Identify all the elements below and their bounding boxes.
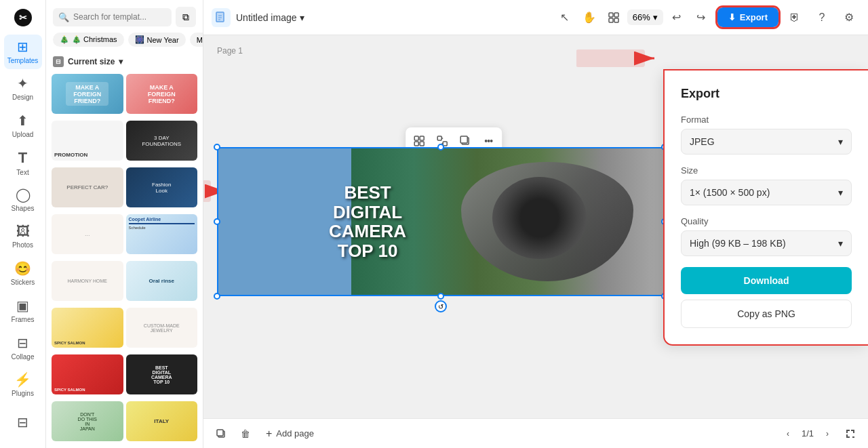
sidebar-item-shapes[interactable]: ◯ Shapes xyxy=(4,182,42,217)
handle-bottom-left[interactable] xyxy=(214,293,220,300)
sidebar-item-plugins[interactable]: ⚡ Plugins xyxy=(4,367,42,402)
svg-rect-9 xyxy=(609,18,613,22)
photos-icon: 🖼 xyxy=(16,224,30,239)
handle-top-center[interactable] xyxy=(437,144,444,150)
svg-rect-18 xyxy=(437,136,441,140)
help-button[interactable]: ? xyxy=(811,7,833,28)
svg-rect-2 xyxy=(216,12,224,22)
filter-button[interactable]: ⧉ xyxy=(176,7,196,27)
size-select[interactable]: 1× (1500 × 500 px) ▾ xyxy=(681,180,852,205)
template-item[interactable]: PERFECT CAR? xyxy=(52,167,123,207)
template-item[interactable]: SPICY SALMON xyxy=(52,308,123,348)
app-logo[interactable]: ✂ xyxy=(11,5,35,29)
document-icon xyxy=(212,8,231,27)
tag-list: 🎄 🎄 Christmas 🎆 New Year Mo... xyxy=(46,33,203,52)
handle-middle-left[interactable] xyxy=(214,218,220,225)
sidebar-item-label-upload: Upload xyxy=(12,131,34,139)
search-input[interactable] xyxy=(73,12,166,22)
shield-button[interactable]: ⛨ xyxy=(784,7,806,28)
size-field: Size 1× (1500 × 500 px) ▾ xyxy=(681,165,852,205)
sidebar-item-label-photos: Photos xyxy=(12,241,33,249)
page-label: Page 1 xyxy=(217,46,243,56)
svg-rect-28 xyxy=(217,430,223,436)
hand-tool-button[interactable]: ✋ xyxy=(578,7,600,28)
quality-field: Quality High (99 KB – 198 KB) ▾ xyxy=(681,216,852,256)
topbar-left: Untitled image ▾ xyxy=(212,8,304,27)
add-page-button[interactable]: + Add page xyxy=(260,425,319,443)
expand-button[interactable] xyxy=(841,424,860,443)
page-navigation: ‹ 1/1 › xyxy=(780,426,835,442)
sidebar-item-label-text: Text xyxy=(16,169,28,177)
undo-button[interactable]: ↩ xyxy=(666,7,688,28)
handle-top-left[interactable] xyxy=(214,144,220,150)
rotate-handle[interactable]: ↺ xyxy=(435,300,447,312)
sidebar-item-text[interactable]: T Text xyxy=(4,146,42,180)
template-item[interactable]: 3 DAYFOUNDATIONS xyxy=(126,121,198,161)
tag-newyear[interactable]: 🎆 New Year xyxy=(128,33,186,47)
template-item[interactable]: CUSTOM-MADEJEWELRY xyxy=(126,308,198,348)
layout-button[interactable] xyxy=(603,7,625,28)
zoom-control[interactable]: 66% ▾ xyxy=(627,9,663,25)
template-item[interactable]: … xyxy=(52,214,123,254)
canvas-text: BEST DIGITAL CAMERA TOP 10 xyxy=(329,183,406,260)
settings-button[interactable]: ⚙ xyxy=(838,7,860,28)
tag-more[interactable]: Mo... xyxy=(190,33,203,47)
template-item[interactable]: SPICY SALMON xyxy=(52,354,123,394)
zoom-chevron-icon: ▾ xyxy=(653,12,658,22)
template-item[interactable]: ITALY xyxy=(126,401,198,441)
document-title[interactable]: Untitled image ▾ xyxy=(236,12,304,23)
title-chevron-icon: ▾ xyxy=(300,12,304,23)
template-item[interactable]: HARMONY HOME xyxy=(52,261,123,301)
handle-bottom-center[interactable] xyxy=(437,293,444,300)
design-icon: ✦ xyxy=(17,75,28,91)
download-button[interactable]: Download xyxy=(681,267,852,294)
sidebar-item-collage[interactable]: ⊟ Collage xyxy=(4,331,42,365)
sidebar-item-more[interactable]: ⊟ xyxy=(4,405,42,440)
next-page-button[interactable]: › xyxy=(819,426,835,442)
main-area: Untitled image ▾ ↖ ✋ 66% ▾ ↩ ↪ xyxy=(203,0,868,448)
template-item[interactable]: FashionLook xyxy=(126,167,198,207)
templates-icon: ⊞ xyxy=(17,39,28,55)
template-item[interactable]: MAKE AFOREIGNFRIEND? xyxy=(52,74,123,114)
delete-page-button[interactable]: 🗑 xyxy=(236,424,255,443)
canvas-frame[interactable]: BEST DIGITAL CAMERA TOP 10 ↺ xyxy=(217,147,665,296)
template-item[interactable]: MAKE AFOREIGNFRIEND? xyxy=(126,74,198,114)
plugins-icon: ⚡ xyxy=(14,371,31,388)
tag-christmas[interactable]: 🎄 🎄 Christmas xyxy=(53,33,124,47)
sidebar-item-label-design: Design xyxy=(12,94,33,102)
export-arrow-annotation xyxy=(576,45,658,72)
template-item[interactable]: Oral rinse xyxy=(126,261,198,301)
shapes-icon: ◯ xyxy=(16,186,31,203)
svg-rect-8 xyxy=(614,13,618,17)
select-tool-button[interactable]: ↖ xyxy=(554,7,576,28)
template-grid: MAKE AFOREIGNFRIEND? MAKE AFOREIGNFRIEND… xyxy=(46,71,203,448)
search-box[interactable]: 🔍 xyxy=(53,8,172,26)
sidebar-item-templates[interactable]: ⊞ Templates xyxy=(4,35,42,69)
template-item[interactable]: BESTDIGITALCAMERATOP 10 xyxy=(126,354,198,394)
redo-button[interactable]: ↪ xyxy=(690,7,712,28)
template-item[interactable]: DON'TDO THISINJAPAN xyxy=(52,401,123,441)
format-label: Format xyxy=(681,115,852,125)
size-icon: ⊟ xyxy=(53,56,64,67)
prev-page-button[interactable]: ‹ xyxy=(780,426,796,442)
quality-select[interactable]: High (99 KB – 198 KB) ▾ xyxy=(681,230,852,256)
export-button[interactable]: ⬇ Export xyxy=(717,7,778,27)
copy-png-button[interactable]: Copy as PNG xyxy=(681,300,852,328)
more-icon: ⊟ xyxy=(17,414,28,430)
template-item[interactable]: Coopet Airline Schedule xyxy=(126,214,198,254)
sidebar-item-label-frames: Frames xyxy=(12,316,35,324)
sidebar-item-stickers[interactable]: 😊 Stickers xyxy=(4,257,42,291)
sidebar-item-upload[interactable]: ⬆ Upload xyxy=(4,108,42,143)
search-area: 🔍 ⧉ xyxy=(46,0,203,33)
quality-chevron-icon: ▾ xyxy=(838,238,843,249)
sidebar-item-design[interactable]: ✦ Design xyxy=(4,72,42,106)
copy-page-button[interactable] xyxy=(212,424,231,443)
current-size-label: Current size xyxy=(68,57,115,66)
template-item[interactable]: PROMOTION xyxy=(52,121,123,161)
canvas-area[interactable]: Page 1 xyxy=(203,35,868,418)
format-select[interactable]: JPEG ▾ xyxy=(681,129,852,155)
sidebar-item-photos[interactable]: 🖼 Photos xyxy=(4,220,42,254)
sidebar-item-frames[interactable]: ▣ Frames xyxy=(4,293,42,328)
current-size-selector[interactable]: ⊟ Current size ▾ xyxy=(46,52,203,71)
svg-rect-23 xyxy=(460,136,467,143)
